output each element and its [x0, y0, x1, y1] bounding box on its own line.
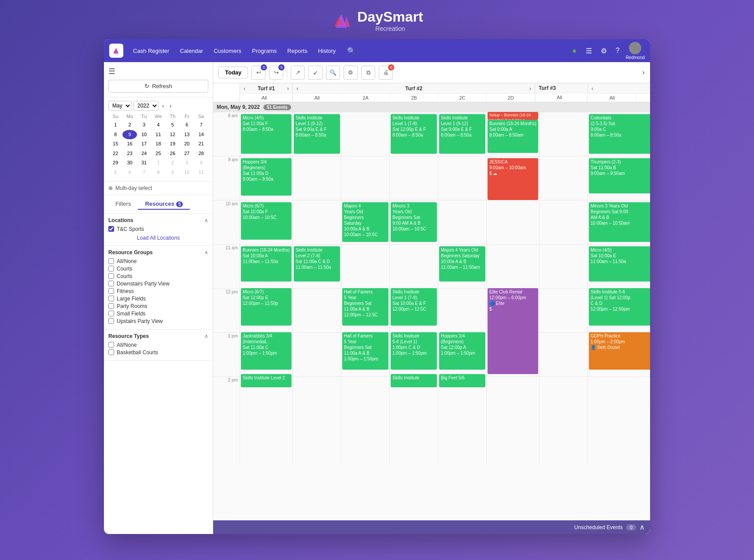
redo-button[interactable]: ↪5 — [269, 66, 283, 80]
grid-col-turf2-2b: Skills InstituteLevel 1 (7-8)Sat 12:00p … — [389, 112, 438, 464]
rg-upstairs-checkbox[interactable] — [108, 318, 114, 324]
event-skills-56-1[interactable]: Skills Institute5-6 (Level 1)1:00pm C & … — [391, 332, 437, 370]
event-skills-1-912-b[interactable]: Skills InstituteLevel 1 (9-12)Sat 9:00a … — [439, 114, 485, 154]
checklist-icon[interactable]: ☰ — [583, 45, 595, 57]
month-select[interactable]: May — [108, 101, 132, 111]
nav-item-cash-register[interactable]: Cash Register — [129, 45, 174, 57]
event-micro-67-1[interactable]: Micro (6/7)Sat 10:00a F10:00am – 10:5C — [241, 202, 292, 240]
undo-button[interactable]: ↩0 — [251, 66, 266, 80]
nav-item-customers[interactable]: Customers — [209, 45, 246, 57]
settings-icon[interactable]: ⚙ — [598, 45, 610, 57]
rg-courts2-checkbox[interactable] — [108, 273, 114, 279]
copy-button[interactable]: ⧉ — [361, 66, 375, 80]
nav-item-calendar[interactable]: Calendar — [175, 45, 207, 57]
rt-all-checkbox[interactable] — [108, 342, 114, 348]
nav-logo[interactable] — [109, 44, 123, 58]
event-skills-level2-bottom[interactable]: Skills Institute Level 2 — [241, 374, 292, 387]
event-jessica[interactable]: JESSICA9:00am – 10:00am$ ☁ — [488, 158, 538, 200]
event-thumpers[interactable]: Thumpers (2-3)Sat 11:00a B9:00am – 9:50a… — [589, 158, 650, 193]
location-checkbox[interactable] — [108, 226, 114, 232]
rg-small-fields-checkbox[interactable] — [108, 311, 114, 316]
event-skills-level1-9-12-a[interactable]: Skills InstituteLevel 1 (9-12)Sat 9:00a … — [294, 114, 340, 154]
turf2-next[interactable]: › — [529, 85, 531, 92]
event-cottontails[interactable]: Cottontails(2.5-3.5) Sat9:00a C8:00am – … — [589, 114, 650, 154]
year-select[interactable]: 2022 — [133, 101, 159, 111]
hamburger-icon[interactable]: ☰ — [108, 67, 208, 76]
calendar-area: Today ↩0 ↪5 ↗ ↙ 🔍 ⚙ ⧉ 🖨 0 › — [213, 62, 650, 534]
event-micro-45-toca[interactable]: Micro (4/5)Sat 10:00a E11:00am – 11:50a — [589, 246, 650, 282]
event-majors-4yr[interactable]: Majors 4Years OldBeginnersSaturday10:00a… — [342, 202, 388, 242]
next-month-button[interactable]: › — [168, 101, 174, 110]
event-gdph-practice[interactable]: GDPH Practice1:00pm – 2:00pm👤 Seth Dozie… — [589, 332, 650, 370]
event-bunnies-1824-main[interactable]: Bunnies (18-24 Months) Sat 9:00a A8:00am… — [488, 120, 538, 153]
resource-groups-header[interactable]: Resource Groups ∧ — [108, 249, 208, 256]
user-profile[interactable]: Redmond — [626, 42, 645, 60]
resource-types-header[interactable]: Resource Types ∧ — [108, 333, 208, 339]
help-icon[interactable]: ? — [613, 45, 622, 56]
toca3-prev[interactable]: ‹ — [591, 85, 593, 92]
rg-large-fields-checkbox[interactable] — [108, 296, 114, 301]
notification-wrap: ● — [569, 45, 580, 57]
rg-all-checkbox[interactable] — [108, 258, 114, 264]
turf2-2d: 2D — [486, 94, 535, 102]
rg-party-rooms-checkbox[interactable] — [108, 303, 114, 309]
user-status-icon[interactable]: ● — [569, 45, 580, 57]
turf2-prev[interactable]: ‹ — [296, 85, 298, 92]
nav-item-programs[interactable]: Programs — [248, 45, 281, 57]
zoom-button[interactable]: 🔍 — [326, 66, 340, 80]
event-skills-56-toca[interactable]: Skills Institute 5-6(Level 1) Sat 12:00p… — [589, 288, 650, 326]
resource-group-courts-1: Courts — [108, 266, 208, 272]
rg-courts1-checkbox[interactable] — [108, 266, 114, 271]
event-micro-45[interactable]: Micro (4/5)Sat 11:00a F8:00am – 8:50a — [241, 114, 292, 154]
calendar-scroll[interactable]: 8 am 9 am 10 am 11 am 12 pm 1 pm 2 pm — [213, 112, 650, 520]
prev-month-button[interactable]: ‹ — [160, 101, 166, 110]
print-button[interactable]: 🖨 0 — [379, 66, 393, 80]
load-all-locations-button[interactable]: Load All Locations — [108, 234, 208, 242]
event-jackrabbits[interactable]: Jackrabbits 3/4(Intermediat...Sat 11:00a… — [241, 332, 292, 370]
nav-item-history[interactable]: History — [314, 45, 340, 57]
rg-fitness-checkbox[interactable] — [108, 288, 114, 294]
event-skills-1-78[interactable]: Skills InstituteLevel 1 (7-8)Sat 12:00p … — [391, 114, 437, 154]
rt-basketball-checkbox[interactable] — [108, 349, 114, 355]
event-hoppers-34[interactable]: Hoppers 3/4(Beginners)Sat 11:00a D9:00am… — [241, 158, 292, 196]
event-elite-rental[interactable]: Elite Club Rental12:00pm – 6:00pm🔵 Elite… — [488, 288, 538, 374]
collapse-sidebar-button[interactable]: › — [642, 68, 645, 77]
search-icon[interactable]: 🔍 — [344, 45, 359, 57]
multiday-section: ⊕ Multi-day select — [104, 182, 213, 195]
today-button[interactable]: Today — [218, 67, 248, 78]
turf1-next[interactable]: › — [287, 85, 289, 92]
expand-icon-button[interactable]: ↗ — [291, 66, 305, 80]
collapse-icon-button[interactable]: ↙ — [308, 66, 322, 80]
user-label: Redmond — [626, 55, 645, 60]
date-row: Mon, May 9, 2022 51 Events — [213, 102, 650, 112]
rg-downstairs-checkbox[interactable] — [108, 281, 114, 286]
turf1-prev[interactable]: ‹ — [244, 85, 245, 92]
event-micro-67-2[interactable]: Micro (6/7)Sat 12:00p E12:00pm – 12:50p — [241, 288, 292, 326]
multiday-select[interactable]: ⊕ Multi-day select — [108, 185, 208, 191]
event-bigfeet-56[interactable]: Big Feet 5/6 — [439, 374, 485, 387]
time-grid: 8 am 9 am 10 am 11 am 12 pm 1 pm 2 pm — [213, 112, 650, 464]
logo-title: DaySmart — [357, 9, 423, 25]
tab-resources[interactable]: Resources5 — [138, 199, 190, 210]
event-setup-bunnies[interactable]: Setup – Bunnies (18-24 Months) Sat 9:00a… — [488, 112, 538, 120]
time-gutter-header — [213, 83, 240, 102]
event-skills-level2-78[interactable]: Skills InstituteLevel 2 (7-8)Sat 11:00a … — [294, 246, 340, 282]
event-hall-famers-1[interactable]: Hall of Famers5 YearBeginners Sat11:00a … — [342, 332, 388, 370]
resource-group-fitness: Fitness — [108, 288, 208, 294]
unscheduled-toggle[interactable]: ∧ — [639, 523, 645, 531]
event-minors-3yr-old-toca[interactable]: Minors 3 Years OldBeginners Sat 9:00AM A… — [589, 202, 650, 242]
locations-header[interactable]: Locations ∧ — [108, 217, 208, 223]
user-avatar — [629, 42, 641, 54]
event-bunnies-1824-1[interactable]: Bunnies (18-24 Months)Sat 10:00a A11:00a… — [241, 246, 292, 282]
event-skills-bottom-2b[interactable]: Skills Institute — [391, 374, 437, 387]
event-hoppers-34-1[interactable]: Hoppers 3/4(Beginners)Sat 12:00p A1:00pm… — [439, 332, 485, 370]
event-majors-4yr-11[interactable]: Majors 4 Years OldBeginners Saturday10:0… — [439, 246, 485, 282]
tab-filters[interactable]: Filters — [108, 199, 138, 210]
nav-item-reports[interactable]: Reports — [283, 45, 312, 57]
filter-button[interactable]: ⚙ — [344, 66, 358, 80]
refresh-button[interactable]: ↻ Refresh — [108, 80, 208, 93]
event-hall-famers-12[interactable]: Hall of Famers5 YearBeginners Sat11:00a … — [342, 288, 388, 326]
resource-turf2: ‹ Turf #2 › All 2A 2B 2C 2D — [292, 83, 535, 102]
event-minors-3yr[interactable]: Minors 3Years OldBeginners Sat9:00 AM A … — [391, 202, 437, 242]
event-skills-1-78-12[interactable]: Skills InstituteLevel 1 (7-8)Sat 10:00a … — [391, 288, 437, 326]
